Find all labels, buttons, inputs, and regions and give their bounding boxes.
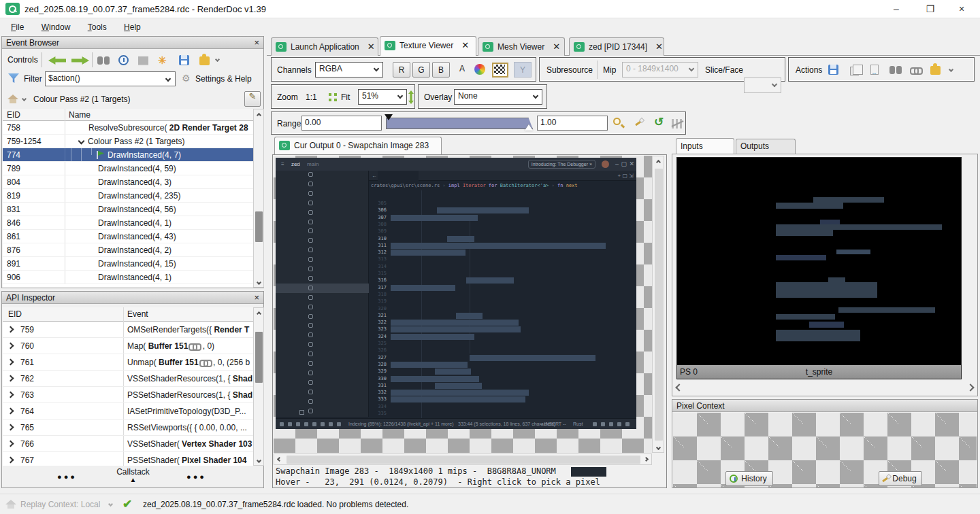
- scroll-down-icon[interactable]: [254, 277, 263, 287]
- input-texture-thumbnail[interactable]: PS 0 t_sprite: [676, 157, 962, 379]
- channel-alpha-button[interactable]: A: [455, 64, 469, 78]
- timeline-icon[interactable]: [118, 55, 129, 65]
- texture-canvas[interactable]: ≡ zed main Introducing: The Debugger × –…: [274, 156, 652, 453]
- menu-window[interactable]: Window: [37, 22, 75, 33]
- api-row[interactable]: 764IASetPrimitiveTopology(D3D_P...: [3, 403, 254, 419]
- zoom-1to1-button[interactable]: 1:1: [306, 92, 317, 102]
- scroll-down-icon[interactable]: [653, 442, 664, 452]
- event-row[interactable]: 846DrawInstanced(4, 1): [3, 216, 254, 230]
- api-row[interactable]: 765RSSetViewports({ { 0.00, 0.00, ...: [3, 419, 254, 436]
- bookmark-icon[interactable]: ✳: [158, 55, 167, 65]
- find-event-icon[interactable]: [97, 56, 110, 65]
- minimize-button[interactable]: –: [881, 0, 912, 18]
- tab-inputs[interactable]: Inputs: [676, 138, 734, 154]
- event-row[interactable]: 831DrawInstanced(4, 56): [3, 203, 254, 216]
- fit-label[interactable]: Fit: [341, 92, 350, 102]
- history-button[interactable]: History: [725, 471, 773, 486]
- scroll-up-icon[interactable]: [653, 156, 664, 167]
- settings-help-link[interactable]: Settings & Help: [195, 74, 252, 84]
- texture-vscrollbar[interactable]: [652, 156, 664, 453]
- range-max-input[interactable]: 1.00: [537, 116, 608, 131]
- event-row[interactable]: 819DrawInstanced(4, 235): [3, 189, 254, 203]
- api-row[interactable]: 762VSSetShaderResources(1, { Shad: [3, 371, 254, 387]
- thumbnails-scroll-right-icon[interactable]: [966, 383, 974, 391]
- api-row[interactable]: 767PSSetShader( Pixel Shader 104: [3, 452, 254, 466]
- menu-file[interactable]: File: [7, 22, 28, 33]
- range-black-point-handle[interactable]: [385, 114, 393, 120]
- range-slider-bar[interactable]: [386, 118, 533, 129]
- tab-mesh-viewer[interactable]: Mesh Viewer✕: [478, 37, 565, 56]
- extensions-dropdown-icon[interactable]: [949, 67, 953, 72]
- extensions-icon[interactable]: [199, 56, 210, 65]
- api-col-event[interactable]: Event: [127, 309, 148, 319]
- event-browser-scrollbar[interactable]: [253, 109, 264, 288]
- expand-icon[interactable]: [7, 343, 14, 349]
- tab-launch-application[interactable]: Launch Application✕: [271, 37, 378, 56]
- expand-icon[interactable]: [7, 359, 14, 366]
- scroll-up-icon[interactable]: [254, 308, 263, 318]
- column-divider[interactable]: [123, 307, 124, 322]
- settings-gear-icon[interactable]: ⚙: [182, 73, 191, 83]
- expand-icon[interactable]: [7, 375, 14, 382]
- channel-green-button[interactable]: G: [412, 62, 430, 78]
- expand-icon[interactable]: [7, 457, 14, 464]
- filter-dropdown-icon[interactable]: [165, 76, 171, 82]
- bookmark-edit-button[interactable]: ✎: [244, 91, 261, 107]
- scrollbar-thumb[interactable]: [255, 332, 263, 383]
- goto-location-icon[interactable]: [889, 66, 902, 74]
- api-row[interactable]: 759OMSetRenderTargets({ Render T: [3, 322, 254, 338]
- event-row[interactable]: 861DrawInstanced(4, 43): [3, 230, 254, 243]
- event-row[interactable]: 759-1254Colour Pass #2 (1 Targets): [3, 135, 254, 148]
- api-inspector-scrollbar[interactable]: [253, 307, 264, 466]
- menu-help[interactable]: Help: [120, 22, 145, 33]
- pixel-context-view[interactable]: [673, 413, 977, 487]
- zoom-combo[interactable]: 51%: [358, 89, 407, 105]
- expand-icon[interactable]: [7, 392, 14, 398]
- expand-icon[interactable]: [7, 326, 14, 333]
- texture-extensions-icon[interactable]: [930, 66, 941, 75]
- tab-close-icon[interactable]: ✕: [368, 41, 375, 52]
- scroll-down-icon[interactable]: [254, 455, 263, 465]
- breadcrumb[interactable]: Colour Pass #2 (1 Targets): [33, 95, 131, 104]
- thumbnails-scroll-left-icon[interactable]: [675, 383, 683, 391]
- replay-context-dropdown-icon[interactable]: [108, 502, 113, 507]
- close-button[interactable]: ×: [946, 0, 977, 18]
- tab-close-icon[interactable]: ✕: [655, 41, 663, 52]
- callstack-expand-icon[interactable]: ▲: [3, 476, 263, 483]
- event-row[interactable]: 804DrawInstanced(4, 3): [3, 175, 254, 189]
- menu-tools[interactable]: Tools: [84, 22, 111, 33]
- channel-red-button[interactable]: R: [393, 62, 410, 78]
- breadcrumb-dropdown-icon[interactable]: [22, 97, 27, 101]
- event-row-selected[interactable]: 774 DrawInstanced(4, 7): [3, 148, 254, 162]
- range-min-input[interactable]: 0.00: [301, 116, 382, 131]
- event-row[interactable]: 906DrawInstanced(4, 1): [3, 271, 254, 284]
- overlay-combo[interactable]: None: [454, 89, 542, 105]
- save-texture-icon[interactable]: [828, 65, 838, 75]
- event-row[interactable]: 789DrawInstanced(4, 59): [3, 162, 254, 175]
- event-browser-close-icon[interactable]: ×: [254, 37, 259, 48]
- scrollbar-thumb[interactable]: [255, 211, 263, 242]
- api-col-eid[interactable]: EID: [8, 309, 22, 319]
- replay-context-label[interactable]: Replay Context: Local: [20, 500, 100, 509]
- scroll-right-icon[interactable]: [644, 457, 649, 462]
- event-row[interactable]: 758ResolveSubresource( 2D Render Target …: [3, 121, 254, 135]
- tab-texture-viewer[interactable]: Texture Viewer✕: [380, 36, 476, 56]
- api-row[interactable]: 766VSSetShader( Vertex Shader 103: [3, 436, 254, 452]
- range-white-point-handle[interactable]: [525, 124, 533, 131]
- tab-close-icon[interactable]: ✕: [553, 41, 560, 52]
- collapse-icon[interactable]: [78, 138, 85, 145]
- reset-range-icon[interactable]: ↺: [654, 117, 664, 128]
- filter-input[interactable]: $action(): [45, 71, 176, 86]
- flip-vertical-icon[interactable]: [408, 90, 414, 104]
- export-icon[interactable]: [179, 55, 189, 65]
- api-inspector-close-icon[interactable]: ×: [254, 292, 259, 303]
- restore-button[interactable]: ❐: [915, 0, 946, 18]
- checkerboard-background-button[interactable]: [492, 63, 508, 78]
- expand-icon[interactable]: [7, 408, 14, 415]
- autofit-range-icon[interactable]: [613, 118, 621, 125]
- fit-icon[interactable]: [329, 93, 337, 101]
- home-icon[interactable]: [7, 95, 18, 103]
- scroll-left-icon[interactable]: [277, 457, 282, 462]
- scroll-up-icon[interactable]: [254, 109, 263, 120]
- gamma-wheel-icon[interactable]: [474, 64, 485, 75]
